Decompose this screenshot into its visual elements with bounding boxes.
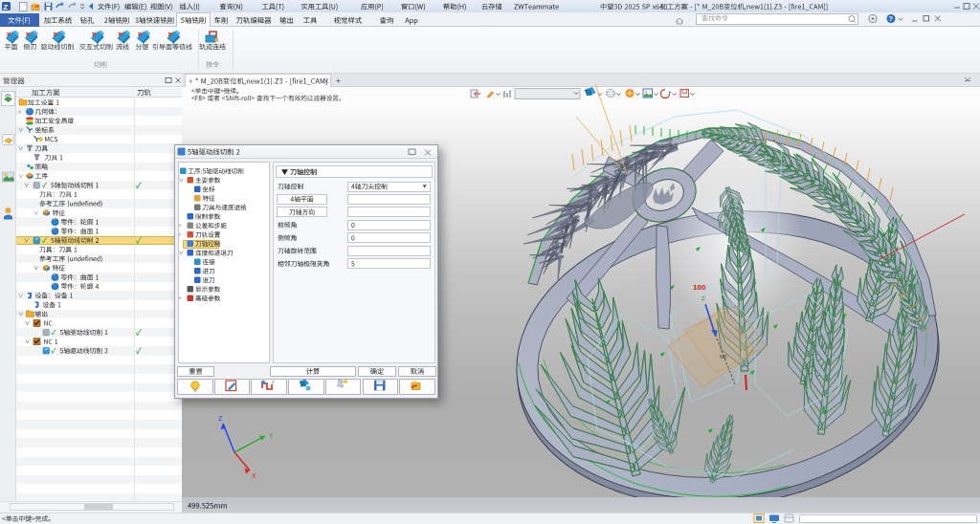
svg-text:100: 100	[693, 283, 706, 292]
svg-text:Y: Y	[269, 432, 274, 439]
svg-text:Z: Z	[218, 415, 223, 422]
svg-text:Z: Z	[702, 295, 705, 301]
svg-text:X: X	[252, 472, 256, 479]
svg-text:N0: N0	[720, 354, 726, 360]
